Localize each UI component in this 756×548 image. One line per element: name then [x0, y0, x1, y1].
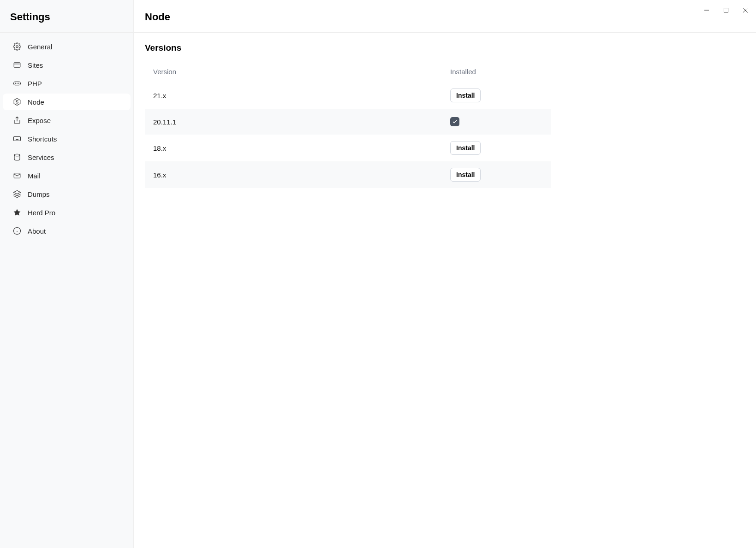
window-maximize-button[interactable] [719, 5, 733, 16]
svg-marker-16 [14, 191, 21, 194]
installed-cell: Install [450, 88, 542, 102]
sidebar-item-label: Shortcuts [28, 135, 57, 143]
sidebar-item-label: Services [28, 153, 54, 161]
installed-check-icon [450, 117, 459, 126]
sidebar-item-label: General [28, 43, 52, 51]
installed-cell: Install [450, 141, 542, 155]
sidebar-item-label: Expose [28, 117, 51, 124]
gear-icon [13, 42, 21, 51]
section-title: Versions [145, 43, 745, 53]
sidebar-item-label: Node [28, 98, 44, 106]
col-version-header: Version [153, 68, 450, 76]
sidebar-item-sites[interactable]: Sites [3, 57, 131, 73]
table-row: 18.x Install [145, 135, 551, 161]
sidebar-item-shortcuts[interactable]: Shortcuts [3, 130, 131, 147]
sidebar-item-general[interactable]: General [3, 38, 131, 55]
main-header: Node [134, 0, 756, 33]
node-icon [13, 98, 21, 106]
sidebar-item-services[interactable]: Services [3, 149, 131, 165]
svg-point-14 [14, 154, 20, 156]
svg-rect-1 [14, 63, 20, 68]
sidebar: Settings General Sites [0, 0, 134, 548]
svg-rect-8 [14, 137, 21, 141]
sidebar-item-label: About [28, 227, 46, 235]
installed-cell [450, 117, 542, 126]
sidebar-item-mail[interactable]: Mail [3, 167, 131, 184]
mail-icon [13, 171, 21, 180]
sidebar-item-about[interactable]: About [3, 223, 131, 239]
share-icon [13, 116, 21, 124]
star-icon [13, 208, 21, 217]
main: Node Versions Version Installed 21.x Ins… [134, 0, 756, 548]
sidebar-item-php[interactable]: PHP [3, 75, 131, 92]
sidebar-item-label: Dumps [28, 190, 50, 198]
sidebar-item-node[interactable]: Node [3, 94, 131, 110]
sidebar-item-herd-pro[interactable]: Herd Pro [3, 204, 131, 221]
table-row: 16.x Install [145, 161, 551, 188]
svg-marker-17 [14, 209, 21, 216]
svg-rect-22 [724, 8, 728, 12]
keyboard-icon [13, 135, 21, 143]
installed-cell: Install [450, 168, 542, 182]
sidebar-title: Settings [10, 11, 123, 23]
sidebar-item-label: Mail [28, 172, 41, 180]
window-minimize-button[interactable] [700, 5, 714, 16]
svg-rect-15 [14, 173, 20, 178]
install-button[interactable]: Install [450, 141, 481, 155]
table-row: 20.11.1 [145, 109, 551, 135]
page-title: Node [145, 11, 745, 23]
info-icon [13, 227, 21, 235]
sidebar-item-label: Herd Pro [28, 209, 55, 217]
version-cell: 20.11.1 [153, 118, 450, 126]
version-cell: 18.x [153, 144, 450, 152]
svg-point-0 [16, 46, 18, 48]
install-button[interactable]: Install [450, 88, 481, 102]
sidebar-item-label: PHP [28, 80, 42, 88]
version-cell: 16.x [153, 171, 450, 179]
content: Versions Version Installed 21.x Install … [134, 33, 756, 198]
database-icon [13, 153, 21, 161]
sidebar-nav: General Sites PHP [0, 33, 133, 245]
sidebar-item-expose[interactable]: Expose [3, 112, 131, 129]
sidebar-item-dumps[interactable]: Dumps [3, 186, 131, 202]
php-icon [13, 79, 21, 88]
window-close-button[interactable] [738, 5, 752, 16]
install-button[interactable]: Install [450, 168, 481, 182]
window-controls [696, 0, 756, 20]
window-icon [13, 61, 21, 69]
sidebar-item-label: Sites [28, 61, 43, 69]
sidebar-header: Settings [0, 0, 133, 33]
table-row: 21.x Install [145, 82, 551, 109]
col-installed-header: Installed [450, 68, 542, 76]
version-cell: 21.x [153, 92, 450, 100]
table-header: Version Installed [145, 61, 551, 82]
versions-table: Version Installed 21.x Install 20.11.1 1… [145, 61, 551, 188]
stack-icon [13, 190, 21, 198]
